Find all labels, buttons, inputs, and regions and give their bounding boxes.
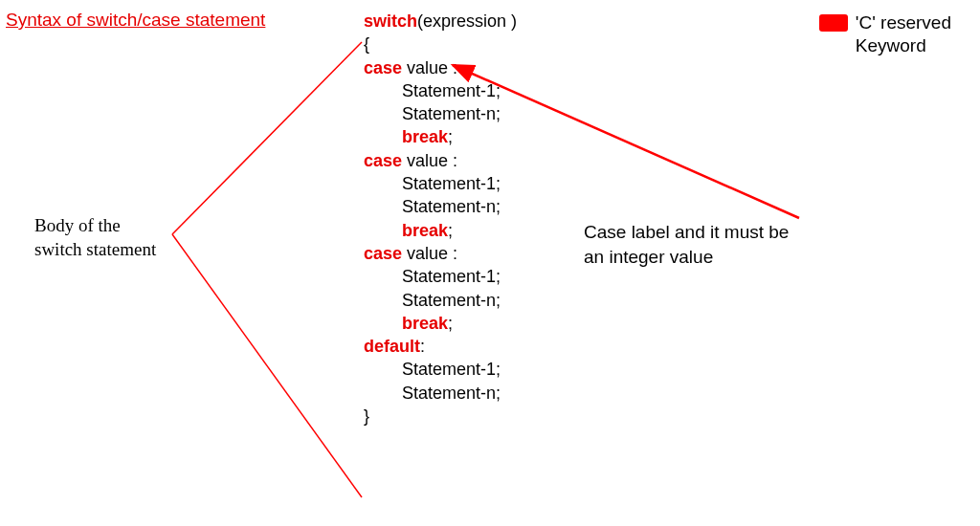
kw-break-1: break bbox=[402, 127, 448, 146]
stmt-3a: Statement-1; bbox=[402, 267, 501, 286]
body-label-line-1: Body of the bbox=[34, 215, 121, 235]
value-3: value : bbox=[402, 244, 457, 263]
semi-3: ; bbox=[448, 314, 453, 333]
case-label: Case label and it must be an integer val… bbox=[584, 220, 789, 269]
legend-line-1: 'C' reserved bbox=[856, 12, 951, 33]
case-label-line-2: an integer value bbox=[584, 247, 713, 267]
body-label: Body of the switch statement bbox=[34, 214, 156, 261]
stmt-1a: Statement-1; bbox=[402, 81, 501, 100]
code-block: switch(expression ) { case value : State… bbox=[364, 10, 517, 427]
kw-break-3: break bbox=[402, 314, 448, 333]
stmt-3b: Statement-n; bbox=[402, 291, 501, 310]
stmt-db: Statement-n; bbox=[402, 384, 501, 403]
body-label-line-2: switch statement bbox=[34, 239, 156, 259]
bracket-line-top bbox=[172, 42, 362, 234]
stmt-2a: Statement-1; bbox=[402, 174, 501, 193]
page-title: Syntax of switch/case statement bbox=[6, 10, 265, 31]
legend-line-2: Keyword bbox=[856, 35, 926, 55]
case-label-line-1: Case label and it must be bbox=[584, 222, 789, 242]
semi-1: ; bbox=[448, 127, 453, 146]
bracket-line-bottom bbox=[172, 234, 362, 497]
kw-switch: switch bbox=[364, 11, 417, 31]
legend-text: 'C' reserved Keyword bbox=[856, 11, 951, 57]
brace-close: } bbox=[364, 405, 517, 427]
kw-case-1: case bbox=[364, 58, 402, 77]
stmt-da: Statement-1; bbox=[402, 360, 501, 379]
kw-default: default bbox=[364, 337, 420, 356]
value-2: value : bbox=[402, 151, 457, 170]
kw-case-3: case bbox=[364, 244, 402, 263]
brace-open: { bbox=[364, 33, 517, 55]
expr: (expression ) bbox=[417, 11, 517, 31]
kw-break-2: break bbox=[402, 221, 448, 240]
stmt-2b: Statement-n; bbox=[402, 197, 501, 216]
stmt-1b: Statement-n; bbox=[402, 104, 501, 123]
legend-swatch bbox=[819, 14, 848, 32]
value-1: value : bbox=[402, 58, 457, 77]
default-colon: : bbox=[420, 337, 425, 356]
semi-2: ; bbox=[448, 221, 453, 240]
legend: 'C' reserved Keyword bbox=[819, 11, 951, 57]
kw-case-2: case bbox=[364, 151, 402, 170]
